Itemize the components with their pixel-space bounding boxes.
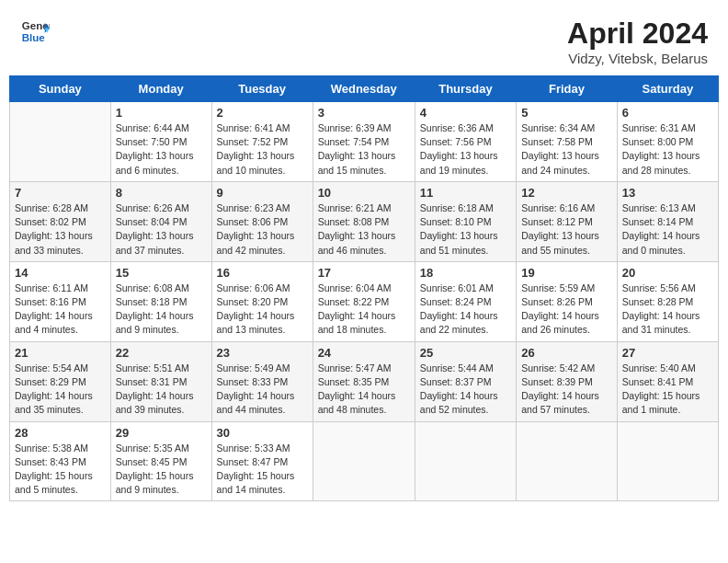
cell-info: Sunrise: 6:34 AMSunset: 7:58 PMDaylight:… — [521, 121, 612, 178]
cell-info: Sunrise: 6:08 AMSunset: 8:18 PMDaylight:… — [116, 282, 207, 338]
cell-info: Sunrise: 5:33 AMSunset: 8:47 PMDaylight:… — [217, 442, 308, 498]
calendar-cell: 24Sunrise: 5:47 AMSunset: 8:35 PMDayligh… — [313, 341, 415, 421]
day-number: 9 — [217, 186, 308, 200]
cell-info: Sunrise: 6:23 AMSunset: 8:06 PMDaylight:… — [217, 201, 308, 258]
calendar-cell: 18Sunrise: 6:01 AMSunset: 8:24 PMDayligh… — [415, 261, 516, 341]
day-number: 13 — [622, 186, 713, 200]
cell-info: Sunrise: 5:38 AMSunset: 8:43 PMDaylight:… — [15, 442, 106, 498]
cell-info: Sunrise: 6:28 AMSunset: 8:02 PMDaylight:… — [15, 201, 106, 258]
calendar-cell — [313, 421, 415, 501]
cell-info: Sunrise: 6:36 AMSunset: 7:56 PMDaylight:… — [420, 121, 511, 178]
day-number: 10 — [318, 186, 410, 200]
calendar-cell: 21Sunrise: 5:54 AMSunset: 8:29 PMDayligh… — [10, 341, 111, 421]
calendar-cell — [10, 102, 111, 182]
logo-icon: General Blue — [20, 17, 50, 46]
day-number: 14 — [15, 266, 106, 280]
calendar-cell: 3Sunrise: 6:39 AMSunset: 7:54 PMDaylight… — [313, 102, 415, 182]
col-header-saturday: Saturday — [617, 76, 718, 102]
cell-info: Sunrise: 6:18 AMSunset: 8:10 PMDaylight:… — [420, 201, 511, 258]
cell-info: Sunrise: 5:47 AMSunset: 8:35 PMDaylight:… — [318, 362, 410, 418]
day-number: 24 — [318, 346, 410, 360]
cell-info: Sunrise: 6:11 AMSunset: 8:16 PMDaylight:… — [15, 282, 106, 338]
day-number: 17 — [318, 266, 410, 280]
calendar-cell: 25Sunrise: 5:44 AMSunset: 8:37 PMDayligh… — [415, 341, 516, 421]
calendar-cell — [517, 421, 618, 501]
calendar-cell: 6Sunrise: 6:31 AMSunset: 8:00 PMDaylight… — [617, 102, 718, 182]
calendar-cell: 27Sunrise: 5:40 AMSunset: 8:41 PMDayligh… — [617, 341, 718, 421]
cell-info: Sunrise: 5:59 AMSunset: 8:26 PMDaylight:… — [521, 282, 612, 338]
calendar-cell: 23Sunrise: 5:49 AMSunset: 8:33 PMDayligh… — [211, 341, 313, 421]
day-number: 27 — [622, 346, 713, 360]
calendar-cell: 22Sunrise: 5:51 AMSunset: 8:31 PMDayligh… — [110, 341, 211, 421]
calendar-cell: 28Sunrise: 5:38 AMSunset: 8:43 PMDayligh… — [10, 421, 111, 501]
cell-info: Sunrise: 6:44 AMSunset: 7:50 PMDaylight:… — [116, 121, 207, 178]
calendar-cell — [617, 421, 718, 501]
calendar-week-row: 28Sunrise: 5:38 AMSunset: 8:43 PMDayligh… — [10, 421, 719, 501]
day-number: 18 — [420, 266, 511, 280]
cell-info: Sunrise: 6:01 AMSunset: 8:24 PMDaylight:… — [420, 282, 511, 338]
cell-info: Sunrise: 5:51 AMSunset: 8:31 PMDaylight:… — [116, 362, 207, 418]
day-number: 26 — [521, 346, 612, 360]
col-header-tuesday: Tuesday — [211, 76, 313, 102]
calendar-cell: 8Sunrise: 6:26 AMSunset: 8:04 PMDaylight… — [110, 181, 211, 261]
day-number: 16 — [217, 266, 308, 280]
calendar-cell: 1Sunrise: 6:44 AMSunset: 7:50 PMDaylight… — [110, 102, 211, 182]
cell-info: Sunrise: 6:06 AMSunset: 8:20 PMDaylight:… — [217, 282, 308, 338]
calendar-cell: 15Sunrise: 6:08 AMSunset: 8:18 PMDayligh… — [110, 261, 211, 341]
calendar-cell: 20Sunrise: 5:56 AMSunset: 8:28 PMDayligh… — [617, 261, 718, 341]
cell-info: Sunrise: 5:44 AMSunset: 8:37 PMDaylight:… — [420, 362, 511, 418]
day-number: 5 — [521, 106, 612, 120]
calendar-cell: 19Sunrise: 5:59 AMSunset: 8:26 PMDayligh… — [517, 261, 618, 341]
day-number: 22 — [116, 346, 207, 360]
title-block: April 2024 Vidzy, Vitebsk, Belarus — [567, 17, 708, 66]
calendar-week-row: 1Sunrise: 6:44 AMSunset: 7:50 PMDaylight… — [10, 102, 719, 182]
calendar-cell: 13Sunrise: 6:13 AMSunset: 8:14 PMDayligh… — [617, 181, 718, 261]
calendar-cell: 7Sunrise: 6:28 AMSunset: 8:02 PMDaylight… — [10, 181, 111, 261]
col-header-friday: Friday — [517, 76, 618, 102]
day-number: 7 — [15, 186, 106, 200]
col-header-thursday: Thursday — [415, 76, 516, 102]
day-number: 15 — [116, 266, 207, 280]
calendar-header-row: SundayMondayTuesdayWednesdayThursdayFrid… — [10, 76, 719, 102]
calendar-cell: 26Sunrise: 5:42 AMSunset: 8:39 PMDayligh… — [517, 341, 618, 421]
day-number: 21 — [15, 346, 106, 360]
day-number: 30 — [217, 426, 308, 440]
day-number: 6 — [622, 106, 713, 120]
col-header-sunday: Sunday — [10, 76, 111, 102]
cell-info: Sunrise: 5:49 AMSunset: 8:33 PMDaylight:… — [217, 362, 308, 418]
calendar-cell: 2Sunrise: 6:41 AMSunset: 7:52 PMDaylight… — [211, 102, 313, 182]
calendar-table: SundayMondayTuesdayWednesdayThursdayFrid… — [9, 75, 719, 501]
calendar-cell: 30Sunrise: 5:33 AMSunset: 8:47 PMDayligh… — [211, 421, 313, 501]
cell-info: Sunrise: 6:16 AMSunset: 8:12 PMDaylight:… — [521, 201, 612, 258]
calendar-cell: 29Sunrise: 5:35 AMSunset: 8:45 PMDayligh… — [110, 421, 211, 501]
cell-info: Sunrise: 5:40 AMSunset: 8:41 PMDaylight:… — [622, 362, 713, 418]
cell-info: Sunrise: 6:31 AMSunset: 8:00 PMDaylight:… — [622, 121, 713, 178]
day-number: 19 — [521, 266, 612, 280]
cell-info: Sunrise: 6:21 AMSunset: 8:08 PMDaylight:… — [318, 201, 410, 258]
cell-info: Sunrise: 5:35 AMSunset: 8:45 PMDaylight:… — [116, 442, 207, 498]
logo: General Blue — [20, 17, 50, 46]
calendar-cell: 10Sunrise: 6:21 AMSunset: 8:08 PMDayligh… — [313, 181, 415, 261]
day-number: 29 — [116, 426, 207, 440]
page-header: General Blue April 2024 Vidzy, Vitebsk, … — [9, 9, 719, 70]
cell-info: Sunrise: 5:42 AMSunset: 8:39 PMDaylight:… — [521, 362, 612, 418]
day-number: 2 — [217, 106, 308, 120]
day-number: 28 — [15, 426, 106, 440]
calendar-cell: 17Sunrise: 6:04 AMSunset: 8:22 PMDayligh… — [313, 261, 415, 341]
day-number: 1 — [116, 106, 207, 120]
cell-info: Sunrise: 6:39 AMSunset: 7:54 PMDaylight:… — [318, 121, 410, 178]
cell-info: Sunrise: 5:54 AMSunset: 8:29 PMDaylight:… — [15, 362, 106, 418]
day-number: 25 — [420, 346, 511, 360]
day-number: 20 — [622, 266, 713, 280]
day-number: 23 — [217, 346, 308, 360]
calendar-cell: 11Sunrise: 6:18 AMSunset: 8:10 PMDayligh… — [415, 181, 516, 261]
col-header-monday: Monday — [110, 76, 211, 102]
day-number: 8 — [116, 186, 207, 200]
calendar-cell: 14Sunrise: 6:11 AMSunset: 8:16 PMDayligh… — [10, 261, 111, 341]
calendar-week-row: 14Sunrise: 6:11 AMSunset: 8:16 PMDayligh… — [10, 261, 719, 341]
calendar-cell: 4Sunrise: 6:36 AMSunset: 7:56 PMDaylight… — [415, 102, 516, 182]
day-number: 3 — [318, 106, 410, 120]
cell-info: Sunrise: 6:04 AMSunset: 8:22 PMDaylight:… — [318, 282, 410, 338]
location: Vidzy, Vitebsk, Belarus — [567, 51, 708, 66]
day-number: 4 — [420, 106, 511, 120]
